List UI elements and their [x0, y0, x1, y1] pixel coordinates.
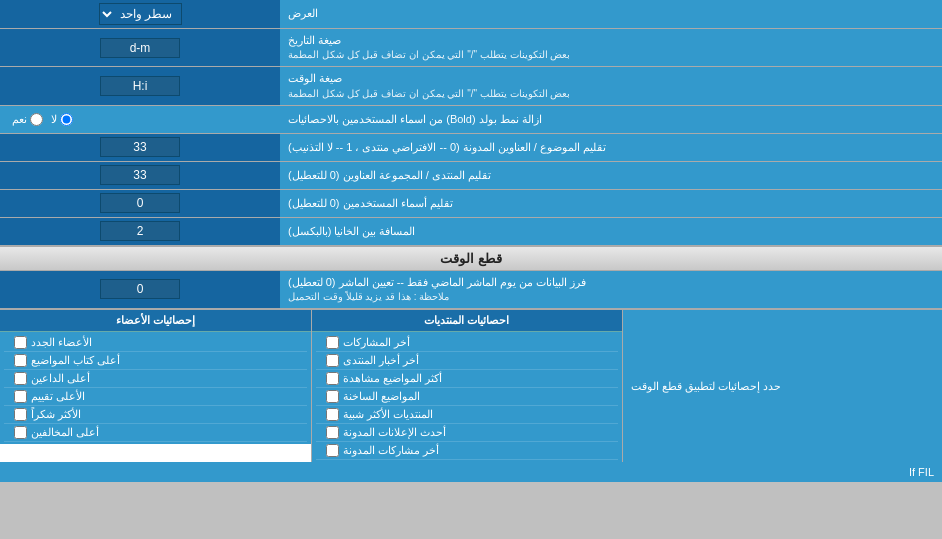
topic-order-input-cell [0, 134, 280, 161]
cutoff-label: فرز البيانات من يوم الماشر الماضي فقط --… [280, 271, 942, 308]
list-item: أعلى كتاب المواضيع [4, 352, 307, 370]
users-order-label-text: تقليم أسماء المستخدمين (0 للتعطيل) [288, 196, 453, 211]
stats-post-check-1[interactable] [326, 354, 339, 367]
stats-members-col: إحصائيات الأعضاء الأعضاء الجدد أعلى كتاب… [0, 310, 312, 462]
stats-post-item-4: المنتديات الأكثر شبية [343, 408, 433, 421]
bold-remove-radio-cell: لا نعم [0, 106, 280, 133]
display-input-cell: سطر واحد سطرين ثلاثة أسطر [0, 0, 280, 28]
time-format-input[interactable] [100, 76, 180, 96]
forum-order-input-cell [0, 162, 280, 189]
forum-order-row: تقليم المنتدى / المجموعة العناوين (0 للت… [0, 162, 942, 190]
time-format-main-label: صيغة الوقت [288, 71, 342, 86]
list-item: أعلى الداعين [4, 370, 307, 388]
stats-post-check-2[interactable] [326, 372, 339, 385]
list-item: الأعضاء الجدد [4, 334, 307, 352]
stats-post-item-5: أحدث الإعلانات المدونة [343, 426, 446, 439]
list-item: المنتديات الأكثر شبية [316, 406, 619, 424]
forum-order-input[interactable] [100, 165, 180, 185]
stats-member-item-4: الأكثر شكراً [31, 408, 81, 421]
date-format-input[interactable] [100, 38, 180, 58]
topic-order-label: تقليم الموضوع / العناوين المدونة (0 -- ا… [280, 134, 942, 161]
display-select[interactable]: سطر واحد سطرين ثلاثة أسطر [99, 3, 182, 25]
topic-order-input[interactable] [100, 137, 180, 157]
date-format-label: صيغة التاريخ بعض التكوينات يتطلب "/" الت… [280, 29, 942, 66]
users-order-row: تقليم أسماء المستخدمين (0 للتعطيل) [0, 190, 942, 218]
top-header-row: العرض سطر واحد سطرين ثلاثة أسطر [0, 0, 942, 29]
bold-no-label[interactable]: لا [51, 113, 73, 126]
stats-member-item-5: أعلى المخالفين [31, 426, 99, 439]
distance-label-text: المسافة بين الخانيا (بالبكسل) [288, 224, 416, 239]
bold-remove-label: ازالة نمط بولد (Bold) من اسماء المستخدمي… [280, 106, 942, 133]
apply-label-cell: حدد إحصائيات لتطبيق قطع الوقت [622, 310, 942, 462]
stats-member-item-1: أعلى كتاب المواضيع [31, 354, 120, 367]
time-format-input-cell [0, 67, 280, 104]
bold-no-radio[interactable] [60, 113, 73, 126]
users-order-input-cell [0, 190, 280, 217]
stats-member-check-1[interactable] [14, 354, 27, 367]
stats-member-check-2[interactable] [14, 372, 27, 385]
time-format-row: صيغة الوقت بعض التكوينات يتطلب "/" التي … [0, 67, 942, 105]
footer-note-text: If FIL [909, 466, 934, 478]
stats-posts-col: احصائيات المنتديات أخر المشاركات أخر أخب… [312, 310, 623, 462]
stats-member-check-0[interactable] [14, 336, 27, 349]
stats-posts-items: أخر المشاركات أخر أخبار المنتدى أكثر الم… [312, 332, 623, 462]
list-item: أخر المشاركات [316, 334, 619, 352]
stats-member-item-2: أعلى الداعين [31, 372, 90, 385]
list-item: المواضيع الساخنة [316, 388, 619, 406]
stats-members-header-text: إحصائيات الأعضاء [116, 314, 195, 326]
stats-post-check-0[interactable] [326, 336, 339, 349]
stats-post-check-3[interactable] [326, 390, 339, 403]
distance-label: المسافة بين الخانيا (بالبكسل) [280, 218, 942, 245]
main-container: العرض سطر واحد سطرين ثلاثة أسطر صيغة الت… [0, 0, 942, 482]
stats-member-check-4[interactable] [14, 408, 27, 421]
date-format-main-label: صيغة التاريخ [288, 33, 341, 48]
bold-remove-row: ازالة نمط بولد (Bold) من اسماء المستخدمي… [0, 106, 942, 134]
apply-label-text: حدد إحصائيات لتطبيق قطع الوقت [631, 380, 781, 393]
distance-row: المسافة بين الخانيا (بالبكسل) [0, 218, 942, 246]
list-item: أكثر المواضيع مشاهدة [316, 370, 619, 388]
cutoff-main-label: فرز البيانات من يوم الماشر الماضي فقط --… [288, 275, 586, 290]
stats-post-item-0: أخر المشاركات [343, 336, 410, 349]
stats-member-check-3[interactable] [14, 390, 27, 403]
distance-input[interactable] [100, 221, 180, 241]
cutoff-row: فرز البيانات من يوم الماشر الماضي فقط --… [0, 271, 942, 309]
topic-order-label-text: تقليم الموضوع / العناوين المدونة (0 -- ا… [288, 140, 606, 155]
stats-members-header: إحصائيات الأعضاء [0, 310, 311, 332]
bold-yes-label[interactable]: نعم [12, 113, 43, 126]
cutoff-input-cell [0, 271, 280, 308]
list-item: أعلى المخالفين [4, 424, 307, 442]
stats-section: حدد إحصائيات لتطبيق قطع الوقت احصائيات ا… [0, 309, 942, 462]
time-format-sub-label: بعض التكوينات يتطلب "/" التي يمكن ان تضا… [288, 87, 570, 101]
stats-member-check-5[interactable] [14, 426, 27, 439]
stats-post-item-1: أخر أخبار المنتدى [343, 354, 419, 367]
list-item: أحدث الإعلانات المدونة [316, 424, 619, 442]
stats-post-item-6: أخر مشاركات المدونة [343, 444, 439, 457]
stats-post-item-3: المواضيع الساخنة [343, 390, 420, 403]
display-label: العرض [280, 0, 942, 28]
date-format-row: صيغة التاريخ بعض التكوينات يتطلب "/" الت… [0, 29, 942, 67]
list-item: أخر مشاركات المدونة [316, 442, 619, 460]
time-format-label: صيغة الوقت بعض التكوينات يتطلب "/" التي … [280, 67, 942, 104]
users-order-input[interactable] [100, 193, 180, 213]
date-format-sub-label: بعض التكوينات يتطلب "/" التي يمكن ان تضا… [288, 48, 570, 62]
display-label-text: العرض [288, 6, 318, 21]
section-title-text: قطع الوقت [440, 251, 502, 266]
bold-no-text: لا [51, 113, 57, 126]
list-item: الأعلى تقييم [4, 388, 307, 406]
stats-post-check-6[interactable] [326, 444, 339, 457]
cutoff-input[interactable] [100, 279, 180, 299]
bold-yes-text: نعم [12, 113, 27, 126]
section-header: قطع الوقت [0, 246, 942, 271]
stats-posts-header: احصائيات المنتديات [312, 310, 623, 332]
list-item: أخر أخبار المنتدى [316, 352, 619, 370]
bold-yes-radio[interactable] [30, 113, 43, 126]
topic-order-row: تقليم الموضوع / العناوين المدونة (0 -- ا… [0, 134, 942, 162]
stats-posts-header-text: احصائيات المنتديات [424, 314, 509, 326]
cutoff-note-label: ملاحظة : هذا قد يزيد قليلاً وقت التحميل [288, 290, 449, 304]
stats-member-item-3: الأعلى تقييم [31, 390, 85, 403]
stats-post-item-2: أكثر المواضيع مشاهدة [343, 372, 442, 385]
stats-post-check-5[interactable] [326, 426, 339, 439]
stats-post-check-4[interactable] [326, 408, 339, 421]
stats-member-item-0: الأعضاء الجدد [31, 336, 92, 349]
footer-note: If FIL [0, 462, 942, 482]
